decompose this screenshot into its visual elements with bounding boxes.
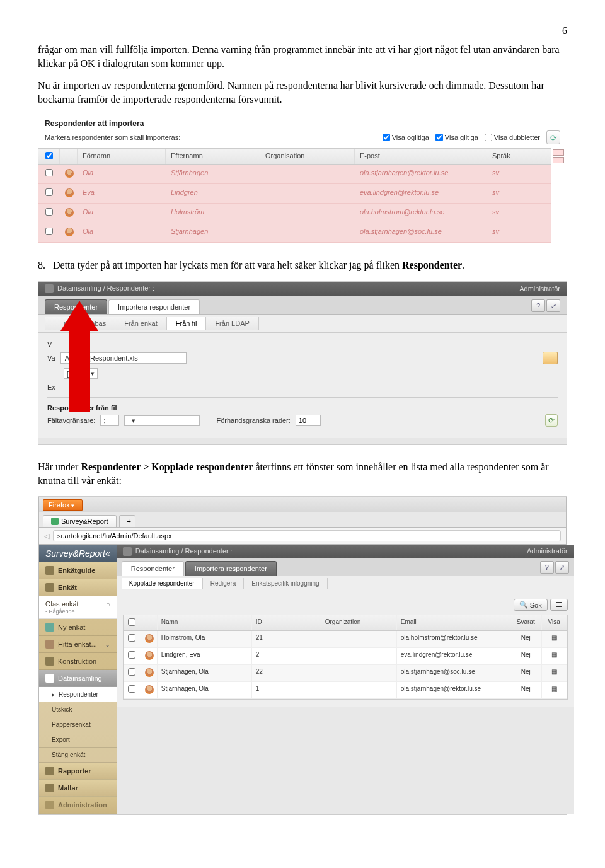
firefox-menu[interactable]: Firefox xyxy=(43,499,83,511)
table-row[interactable]: Holmström, Ola 21 ola.holmstrom@rektor.l… xyxy=(124,631,567,648)
cell-org xyxy=(260,184,355,203)
chk-visa-giltiga[interactable]: Visa giltiga xyxy=(435,134,478,141)
respondent-table: Namn ID Organization Email Svarat Visa H… xyxy=(123,615,568,700)
view-icon[interactable]: ▦ xyxy=(542,648,567,664)
preview-label: Förhandsgranska rader: xyxy=(216,417,290,424)
select-icon[interactable] xyxy=(553,149,564,156)
refresh-icon[interactable]: ⟳ xyxy=(546,130,560,144)
sidebar-item-konstruktion[interactable]: Konstruktion xyxy=(39,653,117,670)
deselect-icon[interactable] xyxy=(553,157,564,163)
cell-efternamn: Holmström xyxy=(166,204,260,223)
admin-label[interactable]: Administratör xyxy=(519,285,560,292)
sidebar-item-enkatguide[interactable]: Enkätguide xyxy=(39,562,117,579)
refresh-icon[interactable]: ⟳ xyxy=(545,414,558,427)
view-icon[interactable]: ▦ xyxy=(542,631,567,647)
preview-input[interactable] xyxy=(296,415,321,426)
row-checkbox[interactable] xyxy=(128,685,135,693)
breadcrumb: Datainsamling / Respondenter : Administr… xyxy=(38,282,567,296)
folder-icon[interactable] xyxy=(543,352,558,364)
cell-org xyxy=(321,648,397,664)
list-view-icon[interactable]: ☰ xyxy=(550,599,568,611)
delim-input[interactable] xyxy=(100,415,119,426)
sidebar-item-rapporter[interactable]: Rapporter xyxy=(39,763,117,780)
home-icon[interactable]: ⌂ xyxy=(106,600,110,608)
cell-efternamn: Stjärnhagen xyxy=(166,223,260,242)
col-epost[interactable]: E-post xyxy=(355,149,487,164)
row-checkbox[interactable] xyxy=(45,208,53,216)
tab-importera[interactable]: Importera respondenter xyxy=(185,561,277,576)
help-icon[interactable]: ? xyxy=(540,561,554,574)
col-svarat[interactable]: Svarat xyxy=(510,615,542,630)
red-arrow-annotation xyxy=(64,301,95,414)
delim-dropdown[interactable]: ▾ xyxy=(124,415,200,426)
tab-respondenter[interactable]: Respondenter xyxy=(122,561,184,576)
cell-svarat: Nej xyxy=(510,648,542,664)
chk-valid-box[interactable] xyxy=(435,134,443,141)
url-input[interactable] xyxy=(53,530,561,541)
sidebar-sub-stang[interactable]: Stäng enkät xyxy=(39,748,117,763)
sidebar-sub-export[interactable]: Export xyxy=(39,732,117,748)
list-bold: Respondenter xyxy=(402,260,462,270)
back-icon[interactable]: ◁ xyxy=(44,532,49,540)
person-icon xyxy=(65,188,74,197)
row-checkbox[interactable] xyxy=(128,651,135,659)
chk-invalid-box[interactable] xyxy=(383,134,390,141)
col-email[interactable]: Email xyxy=(397,615,510,630)
view-icon[interactable]: ▦ xyxy=(542,665,567,681)
subtab-kopplade[interactable]: Kopplade respondenter xyxy=(122,578,203,589)
col-organisation[interactable]: Organisation xyxy=(260,149,355,164)
sidebar-sub-papper[interactable]: Pappersenkät xyxy=(39,717,117,732)
cell-email: eva.lindgren@rektor.lu.se xyxy=(397,648,510,664)
page-number: 6 xyxy=(38,25,567,37)
expand-icon[interactable]: ⤢ xyxy=(555,561,569,574)
sidebar-item-ny-enkat[interactable]: Ny enkät xyxy=(39,619,117,636)
chk-dup-box[interactable] xyxy=(485,134,492,141)
paragraph-3: Här under Respondenter > Kopplade respon… xyxy=(38,460,567,487)
table-row: Ola Stjärnhagen ola.stjarnhagen@soc.lu.s… xyxy=(38,223,551,243)
sidebar-item-admin[interactable]: Administration xyxy=(39,797,117,814)
subtab-enkatspecifik[interactable]: Enkätspecifik inloggning xyxy=(244,578,327,589)
cell-epost: ola.stjarnhagen@rektor.lu.se xyxy=(355,165,487,183)
sidebar-item-datainsamling[interactable]: Datainsamling xyxy=(39,670,117,687)
subtab-redigera[interactable]: Redigera xyxy=(203,578,245,589)
subtab-fran-enkat[interactable]: Från enkät xyxy=(115,317,167,330)
admin-menu[interactable]: Administratör xyxy=(527,547,568,556)
col-sprak[interactable]: Språk xyxy=(487,149,551,164)
table-row[interactable]: Stjärnhagen, Ola 22 ola.stjarnhagen@soc.… xyxy=(124,665,567,682)
view-icon[interactable]: ▦ xyxy=(542,682,567,698)
row-checkbox[interactable] xyxy=(128,634,135,642)
select-all-checkbox[interactable] xyxy=(128,618,135,626)
sidebar-item-enkat[interactable]: Enkät xyxy=(39,579,117,596)
sidebar-item-hitta[interactable]: Hitta enkät...⌄ xyxy=(39,636,117,653)
table-row[interactable]: Stjärnhagen, Ola 1 ola.stjarnhagen@rekto… xyxy=(124,682,567,699)
row-checkbox[interactable] xyxy=(45,169,53,176)
sidebar-item-mallar[interactable]: Mallar xyxy=(39,780,117,797)
col-namn[interactable]: Namn xyxy=(158,615,252,630)
help-icon[interactable]: ? xyxy=(531,299,545,312)
row-checkbox[interactable] xyxy=(45,188,53,196)
expand-icon[interactable]: ⤢ xyxy=(546,299,560,312)
chk-visa-ogiltiga[interactable]: Visa ogiltiga xyxy=(383,134,429,141)
ss1-subtitle: Markera respondenter som skall importera… xyxy=(45,134,180,141)
tab-importera[interactable]: Importera respondenter xyxy=(108,299,200,314)
col-organization[interactable]: Organization xyxy=(321,615,397,630)
row-checkbox[interactable] xyxy=(128,668,135,676)
cell-sprak: sv xyxy=(487,184,551,203)
col-id[interactable]: ID xyxy=(252,615,321,630)
subtab-fran-ldap[interactable]: Från LDAP xyxy=(206,317,258,330)
subtab-fran-fil[interactable]: Från fil xyxy=(167,317,207,330)
select-all-checkbox[interactable] xyxy=(45,152,53,159)
browser-tab[interactable]: Survey&Report xyxy=(43,515,117,527)
col-efternamn[interactable]: Efternamn xyxy=(166,149,260,164)
row-checkbox[interactable] xyxy=(45,228,53,235)
new-tab-button[interactable]: + xyxy=(119,515,135,527)
sidebar-sub-utskick[interactable]: Utskick xyxy=(39,702,117,717)
search-button[interactable]: 🔍 Sök xyxy=(514,599,548,611)
col-fornamn[interactable]: Förnamn xyxy=(78,149,166,164)
sidebar-sub-respondenter[interactable]: ▸ Respondenter xyxy=(39,687,117,702)
chk-visa-dubbletter[interactable]: Visa dubbletter xyxy=(485,134,540,141)
sidebar-label: Datainsamling xyxy=(58,674,102,682)
table-row[interactable]: Lindgren, Eva 2 eva.lindgren@rektor.lu.s… xyxy=(124,648,567,665)
collapse-icon[interactable]: « xyxy=(105,548,110,558)
col-visa[interactable]: Visa xyxy=(542,615,567,630)
